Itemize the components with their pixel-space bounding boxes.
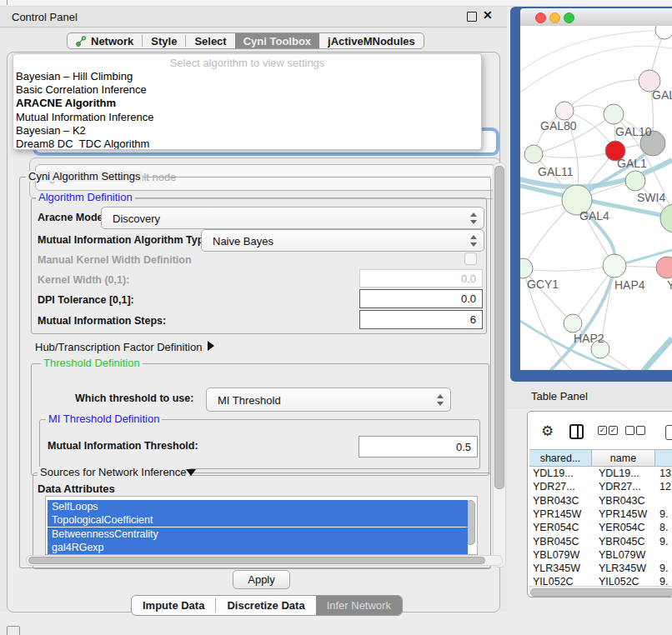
- table-row[interactable]: YDL19...YDL19...13: [528, 467, 672, 480]
- hub-definition-label[interactable]: Hub/Transcription Factor Definition: [35, 341, 202, 353]
- table-cell[interactable]: YDR27...: [533, 481, 591, 492]
- aracne-mode-combo[interactable]: Discovery: [101, 207, 484, 229]
- settings-hscrollbar-thumb[interactable]: [28, 557, 485, 564]
- table-cell[interactable]: 9.: [659, 508, 672, 520]
- settings-vscrollbar-thumb[interactable]: [494, 166, 504, 489]
- data-attributes-list[interactable]: SelfLoopsTopologicalCoefficientBetweenne…: [45, 496, 478, 555]
- float-window-icon[interactable]: [467, 12, 477, 22]
- table-row[interactable]: YBR045CYBR045C9.: [528, 535, 672, 548]
- table-cell[interactable]: 13: [659, 468, 672, 479]
- column-header-shared-name[interactable]: shared...: [529, 449, 592, 467]
- network-node-node-green-right[interactable]: [660, 204, 672, 232]
- kernel-width-field[interactable]: 0.0: [359, 269, 483, 288]
- column-header-partial[interactable]: A: [655, 449, 672, 467]
- settings-hscrollbar-track[interactable]: [26, 555, 503, 566]
- tab-discretize-data[interactable]: Discretize Data: [216, 596, 315, 615]
- close-icon[interactable]: ✕: [483, 8, 493, 22]
- apply-button[interactable]: Apply: [233, 570, 290, 589]
- table-cell[interactable]: 9.: [659, 562, 672, 574]
- table-cell[interactable]: YLR345W: [599, 562, 657, 574]
- table-hscrollbar-track[interactable]: [529, 586, 672, 596]
- dpi-tolerance-field[interactable]: 0.0: [359, 289, 483, 308]
- network-node-SWI4[interactable]: [625, 171, 645, 191]
- minimize-button[interactable]: [549, 12, 560, 23]
- attribute-list-item[interactable]: BetweennessCentrality: [48, 528, 468, 541]
- table-cell[interactable]: YBR043C: [599, 495, 657, 507]
- dropdown-item[interactable]: ARACNE Algorithm: [16, 97, 116, 109]
- split-view-icon[interactable]: [569, 424, 584, 439]
- table-row[interactable]: YBL079WYBL079W: [528, 548, 672, 562]
- tab-impute-data[interactable]: Impute Data: [132, 596, 215, 615]
- table-row[interactable]: YER054CYER054C8.: [528, 521, 672, 534]
- partial-toolbar-icon[interactable]: [665, 425, 672, 440]
- tab-network[interactable]: Network: [68, 33, 142, 48]
- mi-type-combo[interactable]: Naive Bayes: [201, 229, 484, 252]
- table-cell[interactable]: YDL19...: [599, 468, 657, 479]
- dropdown-item[interactable]: Mutual Information Inference: [16, 111, 153, 123]
- network-node-GCY1[interactable]: [520, 258, 533, 278]
- which-threshold-combo[interactable]: MI Threshold: [206, 388, 451, 412]
- unchecked-box-icon[interactable]: [625, 426, 634, 435]
- dropdown-item[interactable]: Dream8 DC_TDC Algorithm: [16, 138, 149, 150]
- table-cell[interactable]: 9.: [659, 576, 672, 586]
- table-cell[interactable]: YIL052C: [599, 576, 657, 586]
- network-canvas[interactable]: GALGAL80GAL10GAL1GAL11SWI4GAL4GCY1HAP4YH…: [520, 26, 672, 370]
- network-node-node-top[interactable]: [655, 26, 672, 39]
- table-cell[interactable]: YBR045C: [599, 536, 657, 548]
- network-node-GAL80[interactable]: [555, 102, 574, 120]
- network-node-HAP4[interactable]: [603, 254, 626, 278]
- dropdown-item[interactable]: Bayesian – K2: [16, 124, 86, 137]
- network-window-titlebar[interactable]: [520, 8, 672, 27]
- table-hscrollbar-thumb[interactable]: [530, 588, 672, 597]
- close-button[interactable]: [535, 12, 546, 23]
- network-view-window[interactable]: GALGAL80GAL10GAL1GAL11SWI4GAL4GCY1HAP4YH…: [510, 7, 672, 382]
- sources-title[interactable]: Sources for Network Inference: [38, 467, 189, 478]
- network-node-node-salmon[interactable]: [656, 257, 672, 278]
- table-cell[interactable]: YBR045C: [533, 536, 591, 548]
- table-cell[interactable]: YBL079W: [599, 549, 657, 561]
- table-cell[interactable]: YER054C: [533, 522, 591, 533]
- dropdown-item[interactable]: Basic Correlation Inference: [16, 83, 147, 96]
- zoom-button[interactable]: [564, 12, 574, 23]
- table-cell[interactable]: YPR145W: [599, 508, 657, 520]
- table-cell[interactable]: YDL19...: [533, 468, 591, 479]
- expand-arrow-icon[interactable]: [208, 341, 214, 351]
- tab-infer-network[interactable]: Infer Network: [316, 596, 402, 615]
- tab-cyni-toolbox[interactable]: Cyni Toolbox: [235, 33, 319, 48]
- tab-select[interactable]: Select: [186, 33, 234, 48]
- table-cell[interactable]: 12: [659, 481, 672, 492]
- network-node-GAL10[interactable]: [604, 104, 624, 124]
- dropdown-item[interactable]: Bayesian – Hill Climbing: [16, 70, 133, 82]
- table-cell[interactable]: YIL052C: [533, 576, 591, 586]
- table-cell[interactable]: YLR345W: [533, 562, 591, 574]
- table-row[interactable]: YPR145WYPR145W9.: [528, 508, 672, 521]
- tab-style[interactable]: Style: [143, 33, 185, 48]
- table-row[interactable]: YLR345WYLR345W9.: [528, 562, 672, 575]
- docked-panel-icon[interactable]: [7, 626, 20, 635]
- attribute-list-item[interactable]: gal4RGexp: [48, 541, 468, 554]
- table-cell[interactable]: YDR27...: [599, 481, 657, 492]
- attribute-list-item[interactable]: TopologicalCoefficient: [48, 513, 468, 527]
- tab-jactivemnodules[interactable]: jActiveMNodules: [319, 33, 424, 48]
- mi-steps-field[interactable]: 6: [359, 310, 483, 329]
- collapse-arrow-icon[interactable]: [186, 469, 196, 476]
- gear-icon[interactable]: ⚙: [541, 424, 554, 438]
- table-cell[interactable]: 9.: [659, 536, 672, 548]
- mi-threshold-field[interactable]: 0.5: [359, 436, 478, 458]
- network-node-GAL11[interactable]: [524, 145, 543, 163]
- table-cell[interactable]: YBL079W: [533, 549, 591, 561]
- unchecked-box-icon[interactable]: [636, 426, 645, 435]
- table-row[interactable]: YBR043CYBR043C: [528, 494, 672, 508]
- column-header-name[interactable]: name: [592, 449, 655, 467]
- table-row[interactable]: YDR27...YDR27...12: [528, 480, 672, 493]
- checked-box-icon[interactable]: ✓: [609, 426, 618, 435]
- table-row[interactable]: YIL052CYIL052C9.: [528, 575, 672, 586]
- checked-box-icon[interactable]: ✓: [598, 426, 607, 435]
- manual-kernel-checkbox[interactable]: [464, 252, 477, 265]
- network-node-HAP2[interactable]: [564, 314, 582, 332]
- attribute-list-item[interactable]: SelfLoops: [48, 500, 468, 513]
- table-cell[interactable]: 8.: [659, 522, 672, 533]
- table-cell[interactable]: YPR145W: [533, 508, 591, 520]
- table-cell[interactable]: YBR043C: [533, 495, 591, 507]
- table-cell[interactable]: YER054C: [599, 522, 657, 533]
